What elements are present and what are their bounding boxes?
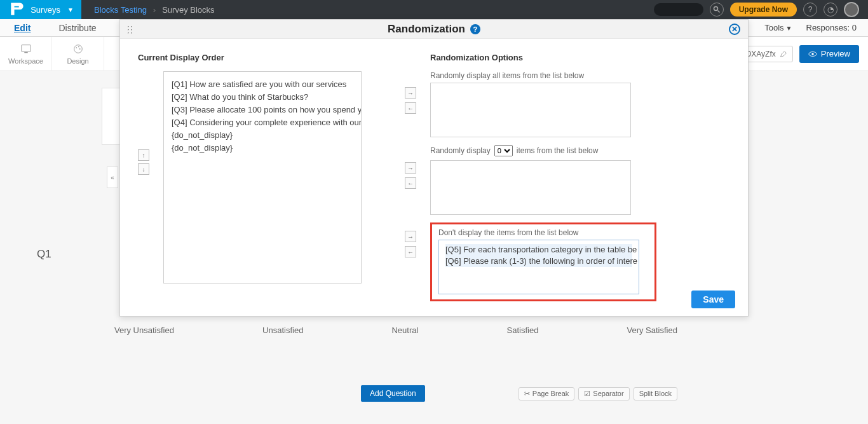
randomization-modal: Randomization ? ✕ Current Display Order …: [119, 19, 749, 317]
user-avatar[interactable]: [844, 2, 859, 17]
scale-label: Satisfied: [507, 325, 539, 335]
random-count-select[interactable]: 0: [494, 145, 513, 156]
list-item[interactable]: [Q4] Considering your complete experienc…: [172, 116, 353, 129]
breadcrumb-current: Survey Blocks: [162, 5, 214, 15]
dont-display-label: Don't display the items from the list be…: [438, 228, 648, 237]
svg-point-4: [74, 44, 82, 53]
scale-label: Very Satisfied: [627, 325, 677, 335]
dont-display-section: Don't display the items from the list be…: [430, 222, 656, 301]
separator-chip[interactable]: ☑ Separator: [578, 387, 629, 400]
collapse-block-button[interactable]: «: [107, 167, 118, 188]
move-up-button[interactable]: ↑: [138, 149, 149, 161]
svg-point-7: [79, 48, 80, 50]
drag-handle-icon[interactable]: [126, 25, 133, 34]
split-block-chip[interactable]: Split Block: [634, 387, 677, 400]
add-question-button[interactable]: Add Question: [361, 385, 425, 402]
current-order-listbox[interactable]: [Q1] How are satisfied are you with our …: [163, 71, 362, 284]
palette-icon: [72, 43, 84, 55]
scale-label: Very Unsatisfied: [114, 325, 174, 335]
svg-point-9: [811, 53, 814, 55]
svg-point-6: [78, 46, 79, 47]
help-icon[interactable]: ?: [470, 24, 480, 34]
tab-distribute[interactable]: Distribute: [44, 19, 110, 37]
preview-button[interactable]: Preview: [799, 45, 859, 63]
tab-edit[interactable]: Edit: [0, 19, 44, 37]
move-right-button[interactable]: →: [405, 231, 416, 242]
upgrade-button[interactable]: Upgrade Now: [730, 3, 797, 17]
current-order-heading: Current Display Order: [138, 53, 405, 62]
modal-header: Randomization ? ✕: [120, 20, 748, 39]
randomize-n-listbox[interactable]: [430, 160, 631, 215]
tools-menu[interactable]: Tools▼: [764, 23, 792, 32]
move-left-button[interactable]: ←: [405, 177, 416, 189]
breadcrumb: Blocks Testing › Survey Blocks: [81, 5, 215, 15]
reorder-buttons: ↑ ↓: [138, 149, 149, 175]
modal-title: Randomization ?: [388, 23, 480, 36]
svg-rect-2: [21, 44, 30, 51]
help-icon[interactable]: ?: [803, 3, 817, 17]
list-item[interactable]: [Q1] How are satisfied are you with our …: [172, 78, 353, 91]
list-item[interactable]: [Q6] Please rank (1-3) the following in …: [445, 256, 632, 267]
notifications-icon[interactable]: ◔: [824, 3, 837, 17]
move-right-button[interactable]: →: [405, 87, 416, 99]
app-topbar: Surveys ▼ Blocks Testing › Survey Blocks…: [0, 0, 868, 19]
move-left-button[interactable]: ←: [405, 246, 416, 257]
svg-rect-3: [24, 51, 27, 53]
randomize-n-row: Randomly display 0 items from the list b…: [430, 145, 730, 156]
breadcrumb-project[interactable]: Blocks Testing: [94, 5, 147, 15]
search-icon[interactable]: [710, 3, 724, 17]
close-icon[interactable]: ✕: [729, 24, 740, 35]
search-pill[interactable]: [654, 3, 703, 16]
list-item[interactable]: {do_not_display}: [172, 129, 353, 142]
randomize-all-listbox[interactable]: [430, 83, 631, 137]
move-left-button[interactable]: ←: [405, 102, 416, 114]
workspace-icon: [20, 43, 32, 55]
svg-line-1: [717, 11, 719, 13]
svg-point-0: [714, 7, 717, 11]
chevron-down-icon: ▼: [67, 6, 74, 13]
design-button[interactable]: Design: [52, 37, 104, 71]
brand-logo-icon: [8, 1, 25, 18]
svg-point-5: [76, 47, 77, 48]
responses-count: Responses: 0: [806, 23, 857, 32]
save-button[interactable]: Save: [691, 291, 735, 308]
breadcrumb-separator: ›: [153, 5, 156, 15]
move-down-button[interactable]: ↓: [138, 163, 149, 175]
list-item[interactable]: [Q5] For each transportation category in…: [445, 244, 632, 256]
page-break-chip[interactable]: ✂ Page Break: [519, 387, 574, 400]
scale-label: Neutral: [391, 325, 418, 335]
brand-label: Surveys: [31, 5, 60, 15]
list-item[interactable]: [Q2] What do you think of Starbucks?: [172, 91, 353, 104]
scale-label: Unsatisfied: [262, 325, 303, 335]
eye-icon: [808, 50, 817, 58]
question-id-label: Q1: [37, 248, 51, 261]
list-item[interactable]: [Q3] Please allocate 100 points on how y…: [172, 104, 353, 116]
pencil-icon: [780, 50, 787, 58]
likert-scale: Very Unsatisfied Unsatisfied Neutral Sat…: [114, 325, 677, 335]
options-heading: Randomization Options: [430, 53, 730, 62]
list-item[interactable]: {do_not_display}: [172, 142, 353, 154]
move-right-button[interactable]: →: [405, 162, 416, 174]
dont-display-listbox[interactable]: [Q5] For each transportation category in…: [438, 240, 639, 294]
brand-menu[interactable]: Surveys ▼: [0, 0, 81, 19]
workspace-button[interactable]: Workspace: [0, 37, 52, 71]
randomize-all-label: Randomly display all items from the list…: [430, 71, 730, 80]
